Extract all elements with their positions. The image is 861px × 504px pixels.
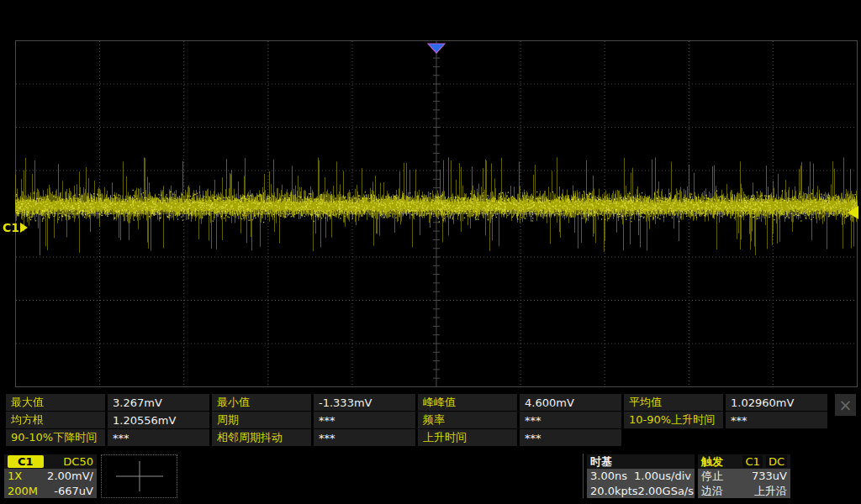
measurement-label: 相邻周期抖动 bbox=[212, 429, 311, 446]
trigger-position-marker[interactable] bbox=[427, 41, 446, 51]
measurement-label: 10-90%上升时间 bbox=[624, 412, 723, 428]
waveform-trace-c1 bbox=[15, 40, 858, 387]
measurement-label: 最小值 bbox=[212, 394, 311, 411]
add-channel-slot[interactable] bbox=[101, 454, 177, 498]
measurement-value: 4.600mV bbox=[520, 394, 621, 411]
trigger-coupling-badge: DC bbox=[766, 455, 787, 468]
trigger-type: 边沿 bbox=[701, 484, 723, 498]
measurement-value: 1.20556mV bbox=[108, 412, 209, 428]
measurement-value: *** bbox=[520, 412, 621, 428]
measurement-label: 频率 bbox=[418, 412, 517, 428]
measurement-value: -1.333mV bbox=[314, 394, 415, 411]
crosshair-icon bbox=[139, 461, 140, 491]
measurement-label: 最大值 bbox=[6, 394, 105, 411]
trigger-title: 触发 bbox=[701, 454, 723, 470]
timebase-delay: 3.00ns bbox=[590, 469, 627, 483]
measurement-value: 1.02960mV bbox=[726, 394, 827, 411]
trigger-descriptor-box[interactable]: 触发 C1 DC 停止 733uV 边沿 上升沿 bbox=[698, 454, 790, 498]
measurement-label: 周期 bbox=[212, 412, 311, 428]
timebase-body: 3.00ns 1.00us/div 20.0kpts 2.00GSa/s bbox=[587, 469, 695, 498]
trigger-level: 733uV bbox=[752, 469, 787, 483]
channel1-header: C1 DC50 bbox=[4, 454, 97, 469]
trigger-source-badge: C1 bbox=[742, 455, 762, 468]
channel1-offset: -667uV bbox=[54, 484, 93, 498]
trigger-slope: 上升沿 bbox=[754, 484, 787, 498]
measurement-value: *** bbox=[314, 412, 415, 428]
measurement-label: 峰峰值 bbox=[418, 394, 517, 411]
trigger-body: 停止 733uV 边沿 上升沿 bbox=[698, 469, 790, 498]
channel1-descriptor-box[interactable]: C1 DC50 1X 2.00mV/ 200M -667uV bbox=[4, 454, 97, 498]
measurement-value: *** bbox=[726, 412, 827, 428]
trigger-position-icon bbox=[427, 43, 446, 54]
timebase-memory: 20.0kpts bbox=[590, 484, 638, 498]
measurement-value: *** bbox=[520, 429, 621, 446]
measurement-label: 上升时间 bbox=[418, 429, 517, 446]
measurement-value: 3.267mV bbox=[108, 394, 209, 411]
channel1-scale: 2.00mV/ bbox=[47, 469, 93, 483]
measurement-value: *** bbox=[314, 429, 415, 446]
channel1-badge[interactable]: C1 bbox=[8, 455, 44, 468]
timebase-descriptor-box[interactable]: 时基 3.00ns 1.00us/div 20.0kpts 2.00GSa/s bbox=[587, 454, 695, 498]
timebase-title: 时基 bbox=[590, 454, 612, 470]
close-icon: × bbox=[839, 396, 853, 414]
bottombar-separator bbox=[583, 454, 584, 498]
channel1-probe: 1X bbox=[8, 469, 22, 483]
measurement-value: *** bbox=[108, 429, 209, 446]
channel1-level-marker[interactable]: C1 bbox=[3, 222, 28, 234]
channel1-bandwidth: 200M bbox=[8, 484, 38, 498]
timebase-scale: 1.00us/div bbox=[634, 469, 691, 483]
measurement-label: 90-10%下降时间 bbox=[6, 429, 105, 446]
channel1-body: 1X 2.00mV/ 200M -667uV bbox=[4, 469, 97, 498]
trigger-status: 停止 bbox=[701, 469, 723, 483]
trigger-level-marker[interactable] bbox=[848, 206, 858, 219]
measurement-label: 平均值 bbox=[624, 394, 723, 411]
channel1-coupling: DC50 bbox=[63, 455, 93, 468]
measurement-label: 均方根 bbox=[6, 412, 105, 428]
channel1-marker-label: C1 bbox=[3, 222, 19, 234]
oscilloscope-screen: C1 最大值3.267mV均方根1.20556mV90-10%下降时间***最小… bbox=[0, 0, 861, 504]
trigger-header: 触发 C1 DC bbox=[698, 454, 790, 469]
timebase-samplerate: 2.00GSa/s bbox=[638, 484, 694, 498]
measurements-close-button[interactable]: × bbox=[835, 394, 856, 416]
measurement-table: 最大值3.267mV均方根1.20556mV90-10%下降时间***最小值-1… bbox=[0, 394, 861, 447]
triangle-right-icon bbox=[20, 223, 28, 233]
timebase-header: 时基 bbox=[587, 454, 695, 469]
